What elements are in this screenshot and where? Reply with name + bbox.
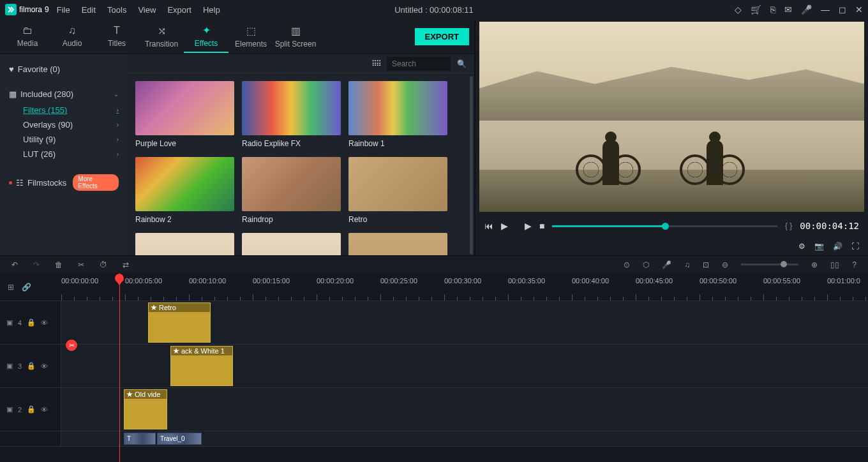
track-body[interactable]: TTravel_0 xyxy=(61,431,868,446)
track-body[interactable]: Old vide xyxy=(61,388,868,431)
effect-clip[interactable]: Retro xyxy=(148,302,211,343)
tab-effects[interactable]: ✦Effects xyxy=(184,20,228,53)
sidebar-label: LUT (26) xyxy=(23,149,56,159)
gallery-scrollbar[interactable] xyxy=(470,76,473,255)
preview-canvas[interactable] xyxy=(479,22,864,212)
add-track-icon[interactable]: ⊞ xyxy=(8,283,14,292)
zoom-in-icon[interactable]: ⊕ xyxy=(811,260,818,269)
preview-panel: ⏮ ▶ ▶ ■ { } 00:00:04:12 ⚙ 📷 🔊 ⛶ xyxy=(475,19,868,255)
markers-icon[interactable]: { } xyxy=(785,221,792,230)
ruler-label: 00:00:30:00 xyxy=(444,277,481,285)
tab-audio[interactable]: ♫Audio xyxy=(50,21,94,52)
app-name: filmora xyxy=(19,5,42,14)
close-icon[interactable]: ✕ xyxy=(855,4,863,15)
sidebar-filters[interactable]: Filters (155)› xyxy=(0,103,128,117)
effect-thumb[interactable] xyxy=(348,233,447,255)
preview-slider[interactable] xyxy=(552,225,777,227)
timeline-ruler-row: ⊞ 🔗 00:00:00:0000:00:05:0000:00:10:0000:… xyxy=(0,273,868,301)
minimize-icon[interactable]: — xyxy=(821,4,830,15)
tab-elements[interactable]: ⬚Elements xyxy=(228,21,273,52)
cart-icon[interactable]: 🛒 xyxy=(751,4,761,15)
video-clip[interactable]: T xyxy=(124,433,156,445)
quality-icon[interactable]: ⚙ xyxy=(798,242,805,251)
sidebar-lut[interactable]: LUT (26)› xyxy=(0,147,128,161)
track-body[interactable]: ack & White 1✂ xyxy=(61,345,868,387)
mail-icon[interactable]: ✉ xyxy=(784,4,792,15)
more-effects-badge[interactable]: More Effects xyxy=(73,174,119,191)
effect-thumb[interactable]: Retro xyxy=(348,157,447,224)
menu-export[interactable]: Export xyxy=(167,5,191,15)
lock-icon[interactable]: 🔒 xyxy=(27,405,36,414)
effect-thumb[interactable]: Rainbow 2 xyxy=(135,157,234,224)
chevron-down-icon: ⌄ xyxy=(114,91,119,98)
effect-thumb[interactable]: Raindrop xyxy=(242,157,341,224)
maximize-icon[interactable]: ◻ xyxy=(839,4,846,15)
save-icon[interactable]: ⎘ xyxy=(770,4,775,15)
timeline-ruler[interactable]: 00:00:00:0000:00:05:0000:00:10:0000:00:1… xyxy=(61,273,868,301)
zoom-slider[interactable] xyxy=(741,264,798,265)
effects-gallery: ⠿⠿ 🔍 Purple LoveRadio Explike FXRainbow … xyxy=(128,54,474,255)
sidebar-utility[interactable]: Utility (9)› xyxy=(0,132,128,147)
zoom-fit-icon[interactable]: ⊡ xyxy=(703,260,709,269)
link-icon[interactable]: 🔗 xyxy=(22,283,31,292)
video-clip[interactable]: Travel_0 xyxy=(157,433,202,445)
redo-button[interactable]: ↷ xyxy=(33,260,40,269)
menu-help[interactable]: Help xyxy=(203,5,220,15)
help-icon[interactable]: ? xyxy=(852,260,857,269)
effect-thumb[interactable]: Rainbow 1 xyxy=(348,81,447,148)
track-number: 4 xyxy=(18,319,22,327)
menu-view[interactable]: View xyxy=(138,5,156,15)
stop-button[interactable]: ■ xyxy=(539,221,544,231)
sidebar-favorite[interactable]: ♥Favorite (0) xyxy=(0,61,128,78)
lock-icon[interactable]: 🔒 xyxy=(27,362,36,370)
effect-clip[interactable]: Old vide xyxy=(124,389,167,429)
effect-thumb[interactable] xyxy=(135,233,234,255)
sidebar-filmstocks[interactable]: ☷FilmstocksMore Effects xyxy=(0,170,128,195)
lock-icon[interactable]: 🔒 xyxy=(27,318,36,327)
user-icon[interactable]: ◇ xyxy=(735,4,742,15)
effect-thumb[interactable] xyxy=(242,233,341,255)
manage-tracks-icon[interactable]: ▯▯ xyxy=(830,260,839,269)
effect-thumb[interactable]: Purple Love xyxy=(135,81,234,148)
marker-icon[interactable]: ⬡ xyxy=(643,260,649,269)
tab-transition[interactable]: ⤭Transition xyxy=(139,21,184,52)
sidebar-overlays[interactable]: Overlays (90)› xyxy=(0,117,128,132)
tab-media[interactable]: 🗀Media xyxy=(5,21,50,52)
undo-button[interactable]: ↶ xyxy=(11,260,18,269)
playhead[interactable] xyxy=(119,273,120,462)
mic-icon[interactable]: 🎤 xyxy=(801,4,812,15)
speed-button[interactable]: ⏱ xyxy=(100,260,107,269)
track-number: 3 xyxy=(18,362,22,370)
record-icon[interactable]: 🎤 xyxy=(662,260,671,269)
volume-icon[interactable]: 🔊 xyxy=(833,242,842,251)
grid-view-icon[interactable]: ⠿⠿ xyxy=(371,59,380,68)
effect-clip[interactable]: ack & White 1 xyxy=(170,346,233,386)
prev-frame-button[interactable]: ⏮ xyxy=(484,221,493,231)
eye-icon[interactable]: 👁 xyxy=(41,362,48,370)
tab-split-screen[interactable]: ▥Split Screen xyxy=(273,21,318,52)
zoom-out-icon[interactable]: ⊖ xyxy=(722,260,728,269)
eye-icon[interactable]: 👁 xyxy=(41,319,48,327)
tab-titles[interactable]: TTitles xyxy=(94,21,139,52)
play-button[interactable]: ▶ xyxy=(501,221,508,231)
delete-button[interactable]: 🗑 xyxy=(55,260,63,269)
menu-tools[interactable]: Tools xyxy=(107,5,126,15)
eye-icon[interactable]: 👁 xyxy=(41,406,48,414)
sidebar-included[interactable]: ▦Included (280)⌄ xyxy=(0,86,128,103)
export-button[interactable]: EXPORT xyxy=(415,28,469,45)
menu-edit[interactable]: Edit xyxy=(82,5,96,15)
effects-icon: ✦ xyxy=(202,24,211,36)
snapshot-icon[interactable]: 📷 xyxy=(814,242,824,251)
search-icon[interactable]: 🔍 xyxy=(457,59,467,68)
menu-file[interactable]: File xyxy=(57,5,70,15)
adjust-button[interactable]: ⇄ xyxy=(123,260,129,269)
tab-label: Media xyxy=(17,39,38,48)
mixer-icon[interactable]: ♫ xyxy=(684,260,690,269)
fullscreen-icon[interactable]: ⛶ xyxy=(851,242,859,251)
search-input[interactable] xyxy=(387,57,451,71)
render-icon[interactable]: ⊙ xyxy=(624,260,630,269)
play2-button[interactable]: ▶ xyxy=(525,221,532,231)
cut-button[interactable]: ✂ xyxy=(78,260,84,269)
track-body[interactable]: Retro xyxy=(61,301,868,344)
effect-thumb[interactable]: Radio Explike FX xyxy=(242,81,341,148)
